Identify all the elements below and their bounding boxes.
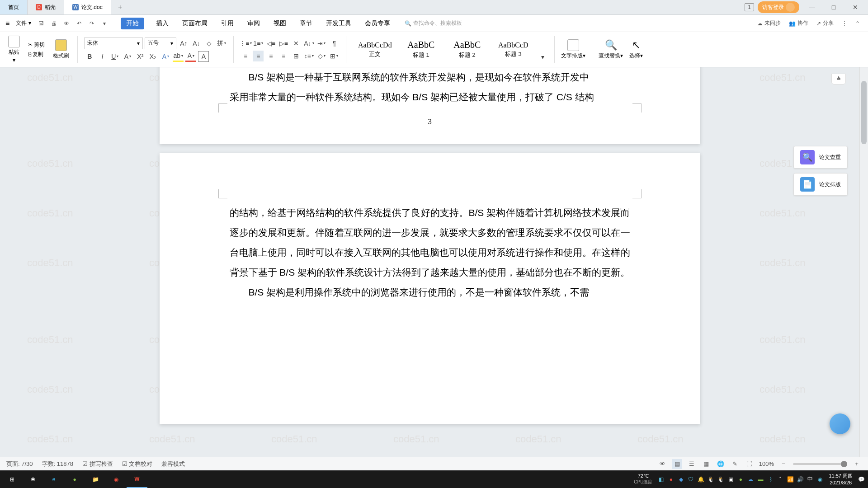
- bold-button[interactable]: B: [84, 51, 95, 62]
- system-clock[interactable]: 11:57 周四 2021/8/26: [825, 473, 856, 486]
- text-effect-icon[interactable]: A: [160, 51, 171, 62]
- bluetooth-icon[interactable]: ᛒ: [766, 475, 775, 484]
- align-left-icon[interactable]: ≡: [240, 51, 251, 61]
- strike-button[interactable]: A: [122, 51, 133, 62]
- collaborate-button[interactable]: 👥 协作: [789, 19, 808, 27]
- app-icon-2[interactable]: ◉: [106, 470, 127, 488]
- decrease-indent-icon[interactable]: ◁≡: [265, 38, 276, 49]
- tray-icon[interactable]: ☁: [746, 475, 755, 484]
- cpu-temp-gauge[interactable]: 72℃: [634, 473, 652, 479]
- collapse-panel-button[interactable]: ≙: [831, 74, 846, 84]
- underline-button[interactable]: U: [109, 51, 120, 62]
- browser-icon[interactable]: ●: [64, 470, 85, 488]
- save-icon[interactable]: 🖫: [36, 18, 47, 29]
- proofread-status[interactable]: ☑ 文档校对: [122, 460, 153, 468]
- menu-tab-reference[interactable]: 引用: [219, 18, 236, 29]
- reading-mode-icon[interactable]: 👁: [658, 459, 668, 469]
- line-spacing-icon[interactable]: ↕≡: [303, 51, 314, 61]
- new-tab-button[interactable]: +: [111, 0, 129, 14]
- decrease-font-icon[interactable]: A↓: [191, 38, 202, 49]
- clear-format-icon[interactable]: ◇: [203, 38, 214, 49]
- border-icon[interactable]: ⊞: [329, 51, 340, 61]
- scrollbar-thumb[interactable]: [861, 81, 867, 144]
- zoom-in-icon[interactable]: +: [852, 459, 862, 469]
- tray-icon[interactable]: 🐧: [716, 475, 725, 484]
- start-menu-icon[interactable]: ⊞: [2, 470, 23, 488]
- volume-icon[interactable]: 🔊: [796, 475, 805, 484]
- quick-dropdown[interactable]: ▾: [99, 18, 110, 29]
- edit-icon[interactable]: ✎: [730, 459, 740, 469]
- bullet-list-icon[interactable]: ⋮≡: [240, 38, 251, 49]
- action-center-icon[interactable]: 💬: [857, 475, 866, 484]
- font-family-select[interactable]: 宋体▾: [84, 38, 143, 49]
- share-button[interactable]: ↗ 分享: [816, 19, 834, 27]
- tray-icon[interactable]: 🛡: [686, 475, 695, 484]
- tray-icon[interactable]: ▣: [726, 475, 735, 484]
- minimize-button[interactable]: —: [803, 4, 821, 11]
- menu-tab-insert[interactable]: 插入: [154, 18, 170, 29]
- format-brush-button[interactable]: 格式刷: [51, 39, 71, 60]
- notifications-icon[interactable]: 🔔: [696, 475, 705, 484]
- tray-icon[interactable]: 🐧: [706, 475, 715, 484]
- web-view-icon[interactable]: ▦: [701, 459, 711, 469]
- highlight-icon[interactable]: ab: [173, 51, 184, 62]
- cut-button[interactable]: ✂ 剪切: [28, 41, 45, 49]
- app-icon[interactable]: ❀: [23, 470, 43, 488]
- maximize-button[interactable]: □: [825, 4, 843, 11]
- tab-docell[interactable]: D稻壳: [28, 0, 64, 14]
- tab-icon[interactable]: ⇥: [316, 38, 327, 49]
- collapse-ribbon-icon[interactable]: ⌃: [855, 20, 860, 27]
- zoom-level[interactable]: 100%: [759, 460, 774, 467]
- style-heading3[interactable]: AaBbCcD标题 3: [491, 37, 535, 62]
- plagiarism-check-button[interactable]: 🔍论文查重: [793, 146, 848, 169]
- outline-view-icon[interactable]: ☰: [687, 459, 697, 469]
- asian-layout-icon[interactable]: ✕: [291, 38, 302, 49]
- tray-icon[interactable]: ◆: [676, 475, 685, 484]
- sync-status[interactable]: ☁ 未同步: [757, 19, 781, 27]
- font-color-icon[interactable]: A: [185, 51, 196, 62]
- document-text[interactable]: B/S 架构是一种基于互联网系统的软件系统开发架构，是现如今在软件系统开发中 采…: [160, 67, 700, 125]
- paper-layout-button[interactable]: 📄论文排版: [793, 173, 848, 196]
- document-page[interactable]: 的结构，给基于网络结构的软件系统提供了良好的支持。B/S 架构伴随着计算机网络技…: [160, 153, 700, 424]
- increase-font-icon[interactable]: A↑: [178, 38, 189, 49]
- spell-check-status[interactable]: ☑ 拼写检查: [82, 460, 113, 468]
- style-heading2[interactable]: AaBbC标题 2: [445, 37, 489, 62]
- superscript-button[interactable]: X²: [135, 51, 146, 62]
- document-text[interactable]: 的结构，给基于网络结构的软件系统提供了良好的支持。B/S 架构伴随着计算机网络技…: [160, 153, 700, 320]
- ie-icon[interactable]: e: [43, 470, 64, 488]
- copy-button[interactable]: ⎘ 复制: [28, 51, 43, 58]
- hamburger-menu[interactable]: ≡: [4, 19, 11, 28]
- tray-icon[interactable]: ▬: [756, 475, 765, 484]
- page-view-icon[interactable]: ▤: [672, 459, 682, 469]
- show-marks-icon[interactable]: ¶: [329, 38, 340, 49]
- paste-button[interactable]: 粘贴▾: [6, 36, 22, 63]
- more-icon[interactable]: ⋮: [842, 20, 847, 27]
- wifi-icon[interactable]: 📶: [786, 475, 795, 484]
- number-list-icon[interactable]: 1≡: [253, 38, 264, 49]
- find-replace-button[interactable]: 🔍查找替换▾: [597, 39, 625, 60]
- close-button[interactable]: ✕: [846, 4, 864, 11]
- font-size-select[interactable]: 五号▾: [145, 38, 176, 49]
- align-justify-icon[interactable]: ≡: [278, 51, 289, 61]
- phonetic-icon[interactable]: 拼: [216, 38, 227, 49]
- word-count-status[interactable]: 字数: 11878: [42, 460, 73, 468]
- select-button[interactable]: ↖选择▾: [627, 39, 645, 60]
- redo-icon[interactable]: ↷: [86, 18, 97, 29]
- menu-tab-start[interactable]: 开始: [121, 18, 144, 29]
- menu-tab-view[interactable]: 视图: [272, 18, 288, 29]
- print-icon[interactable]: 🖨: [48, 18, 59, 29]
- shading-icon[interactable]: ◇: [316, 51, 327, 61]
- tray-icon[interactable]: ●: [736, 475, 745, 484]
- globe-icon[interactable]: 🌐: [716, 459, 726, 469]
- sort-icon[interactable]: A↓: [303, 38, 314, 49]
- notification-badge[interactable]: 1: [745, 3, 754, 11]
- command-search[interactable]: 🔍 查找命令、搜索模板: [405, 19, 462, 27]
- char-border-icon[interactable]: A: [198, 51, 209, 62]
- explorer-icon[interactable]: 📁: [85, 470, 106, 488]
- zoom-slider[interactable]: [793, 463, 847, 465]
- tray-icon[interactable]: ◧: [656, 475, 665, 484]
- chevron-up-icon[interactable]: ˄: [776, 475, 785, 484]
- wps-taskbar-icon[interactable]: W: [127, 470, 147, 488]
- styles-more-icon[interactable]: ▾: [537, 52, 548, 62]
- tray-icon[interactable]: ●: [666, 475, 675, 484]
